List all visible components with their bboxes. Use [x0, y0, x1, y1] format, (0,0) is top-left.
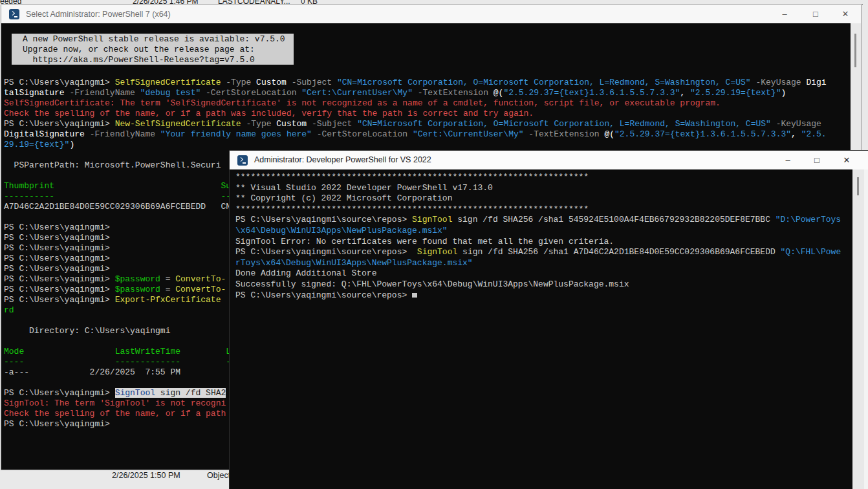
scrollbar[interactable]: [852, 169, 864, 489]
window-title: Select Administrator: PowerShell 7 (x64): [26, 5, 171, 23]
terminal-content[interactable]: ****************************************…: [230, 169, 852, 489]
window-frame-edge: [864, 169, 868, 489]
terminal-line: rToys\x64\Debug\WinUI3Apps\NewPlusPackag…: [235, 258, 841, 269]
terminal-line: PS C:\Users\yaqingmi> SelfSignedCertific…: [4, 78, 827, 88]
terminal-line: ** Copyright (c) 2022 Microsoft Corporat…: [235, 193, 841, 204]
text-cursor: [412, 293, 417, 298]
terminal-line: talSignature -FriendlyName "debug test" …: [4, 88, 827, 98]
terminal-line: ** Visual Studio 2022 Developer PowerShe…: [235, 183, 841, 194]
scrollbar-thumb[interactable]: [857, 177, 859, 195]
window-title: Administrator: Developer PowerShell for …: [254, 151, 431, 169]
maximize-button[interactable]: □: [806, 5, 825, 23]
terminal-line: Check the spelling of the name, or if a …: [4, 109, 827, 119]
terminal-line: PS C:\Users\yaqingmi\source\repos>: [235, 290, 841, 301]
powershell-icon: [237, 155, 248, 166]
terminal-line: \x64\Debug\WinUI3Apps\NewPlusPackage.msi…: [235, 226, 841, 237]
terminal-output: ****************************************…: [235, 172, 841, 301]
terminal-line: PS C:\Users\yaqingmi> New-SelfSignedCert…: [4, 119, 827, 129]
terminal-line: ****************************************…: [235, 172, 841, 183]
window-dev-powershell-vs2022: Administrator: Developer PowerShell for …: [230, 151, 868, 489]
banner-line: A new PowerShell stable release is avail…: [23, 34, 294, 45]
close-button[interactable]: ✕: [837, 151, 856, 169]
minimize-button[interactable]: –: [775, 5, 794, 23]
explorer-file-date: 2/26/2025 1:50 PM: [112, 471, 180, 480]
terminal-line: ****************************************…: [235, 204, 841, 215]
terminal-line: 29.19={text}"): [4, 140, 827, 150]
terminal-line: SignTool Error: No certificates were fou…: [235, 237, 841, 248]
banner-line: https://aka.ms/PowerShell-Release?tag=v7…: [23, 55, 294, 65]
terminal-line: Done Adding Additional Store: [235, 268, 841, 279]
terminal-line: PS C:\Users\yaqingmi\source\repos> SignT…: [235, 215, 841, 226]
maximize-button[interactable]: □: [807, 151, 827, 169]
explorer-file-type: Object: [207, 471, 230, 480]
powershell-icon: [9, 9, 19, 19]
terminal-line: DigitalSignature -FriendlyName "Your fri…: [4, 129, 827, 140]
titlebar[interactable]: Administrator: Developer PowerShell for …: [230, 151, 868, 169]
titlebar[interactable]: Select Administrator: PowerShell 7 (x64)…: [1, 5, 861, 23]
terminal-line: Successfully signed: Q:\FHL\PowerToys\x6…: [235, 279, 841, 290]
banner-line: Upgrade now, or check out the release pa…: [23, 45, 294, 55]
terminal-line: PS C:\Users\yaqingmi\source\repos> SignT…: [235, 247, 841, 258]
scrollbar-thumb[interactable]: [854, 34, 856, 67]
close-button[interactable]: ✕: [836, 5, 855, 23]
minimize-button[interactable]: –: [778, 151, 797, 169]
update-banner: A new PowerShell stable release is avail…: [12, 34, 294, 65]
terminal-line: SelfSignedCertificate: The term 'SelfSig…: [4, 98, 827, 109]
